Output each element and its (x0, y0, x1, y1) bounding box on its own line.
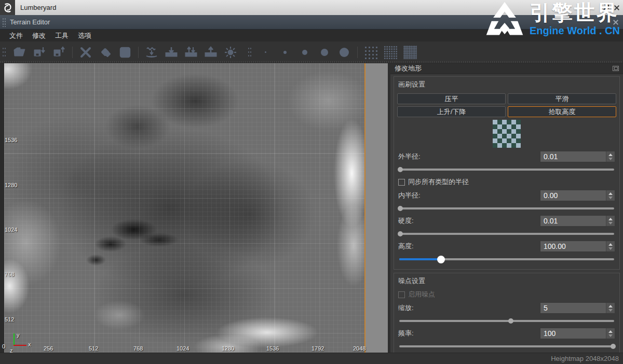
import-heightmap-icon[interactable] (30, 44, 49, 61)
menubar: 文件 修改 工具 选项 (0, 30, 623, 41)
ruler-y-label: 1280 (5, 182, 17, 188)
statusbar: Heightmap 2048x2048 (0, 353, 623, 364)
ruler-y-label: 0 (2, 343, 5, 349)
brush-size-1-icon[interactable] (255, 44, 275, 61)
heightmap-canvas[interactable] (4, 63, 364, 353)
spin-up-icon[interactable] (608, 192, 613, 195)
axis-x-arrow (13, 345, 26, 346)
open-file-icon[interactable] (10, 44, 30, 61)
raise-lower-button[interactable]: 上升/下降 (397, 106, 506, 117)
pane-header[interactable]: Terrain Editor (0, 15, 623, 30)
spin-up-icon[interactable] (608, 305, 613, 307)
ruler-x-label: 2048 (353, 345, 365, 352)
axis-z-label: z (10, 347, 13, 353)
close-window-icon[interactable] (613, 4, 621, 12)
slider-handle[interactable] (508, 318, 513, 324)
import-tray-icon[interactable] (161, 44, 181, 61)
inner-radius-spinbox[interactable]: 0.00 (540, 190, 615, 201)
menu-tools[interactable]: 工具 (55, 31, 69, 40)
outer-radius-spinbox[interactable]: 0.01 (540, 151, 615, 162)
outside-map-area (365, 63, 388, 353)
pane-drag-grip-icon[interactable] (2, 18, 6, 27)
spin-down-icon[interactable] (608, 334, 613, 337)
slider-handle[interactable] (398, 231, 403, 236)
pick-height-button[interactable]: 拾取高度 (508, 106, 616, 117)
spin-up-icon[interactable] (608, 218, 613, 220)
spinner-arrows[interactable] (606, 241, 615, 251)
brush-size-3-icon[interactable] (295, 44, 315, 61)
scale-spinbox[interactable]: 5 (540, 302, 615, 314)
spin-down-icon[interactable] (608, 197, 613, 199)
brush-size-4-icon[interactable] (315, 44, 334, 61)
menu-options[interactable]: 选项 (78, 31, 91, 40)
frequency-slider[interactable] (399, 343, 614, 350)
spin-up-icon[interactable] (608, 243, 613, 246)
axis-x-label: x (28, 341, 31, 347)
spinner-arrows[interactable] (606, 328, 615, 339)
slider-handle[interactable] (611, 344, 616, 349)
height-slider[interactable] (399, 256, 614, 263)
outer-radius-slider[interactable] (399, 166, 614, 173)
inner-radius-value[interactable]: 0.00 (540, 190, 606, 201)
float-panel-icon[interactable] (613, 66, 619, 71)
spinner-arrows[interactable] (606, 303, 615, 313)
brush-size-2-icon[interactable] (275, 44, 295, 61)
set-ocean-height-icon[interactable] (142, 44, 161, 61)
erase-terrain-icon[interactable] (96, 44, 115, 61)
toolbar-grip-icon[interactable] (2, 47, 6, 58)
spin-up-icon[interactable] (608, 330, 613, 333)
slider-handle[interactable] (398, 167, 403, 172)
export-tray-icon[interactable] (201, 44, 221, 61)
window-titlebar[interactable]: Lumberyard (0, 0, 623, 15)
smooth-button[interactable]: 平滑 (508, 93, 616, 104)
hardness-spinbox[interactable]: 0.01 (540, 215, 615, 227)
import-export-tray-icon[interactable] (181, 44, 201, 61)
clear-terrain-icon[interactable] (76, 44, 96, 61)
height-value[interactable]: 100.00 (540, 241, 606, 251)
hardness-slider[interactable] (399, 230, 614, 237)
sync-radius-checkbox[interactable] (398, 179, 405, 186)
inner-radius-slider[interactable] (399, 205, 614, 212)
split-view-icon[interactable] (115, 44, 135, 61)
brush-settings-title: 画刷设置 (398, 80, 616, 89)
close-pane-icon[interactable] (612, 18, 620, 26)
noise-medium-icon[interactable] (381, 44, 400, 61)
scale-slider[interactable] (399, 317, 614, 325)
enable-noise-checkbox[interactable] (398, 291, 405, 298)
menu-file[interactable]: 文件 (9, 31, 23, 40)
noise-dense-icon[interactable] (400, 44, 420, 61)
pane-title: Terrain Editor (10, 18, 50, 26)
spin-down-icon[interactable] (608, 309, 613, 312)
ruler-y-label: 768 (5, 271, 14, 277)
lumberyard-knot-icon (2, 2, 13, 13)
noise-sparse-icon[interactable] (361, 44, 381, 61)
ruler-x-label: 768 (133, 345, 143, 352)
spinner-arrows[interactable] (606, 151, 615, 162)
outer-radius-value[interactable]: 0.01 (540, 151, 606, 162)
hardness-value[interactable]: 0.01 (540, 216, 606, 226)
terrain-viewport[interactable]: 1536 1280 1024 768 512 256 0 256 512 768… (0, 63, 388, 353)
brush-size-5-icon[interactable] (334, 44, 354, 61)
spin-down-icon[interactable] (608, 222, 613, 225)
toolbar-grip-icon[interactable] (248, 47, 251, 58)
frequency-label: 频率: (398, 329, 414, 338)
spin-down-icon[interactable] (608, 247, 613, 250)
scale-value[interactable]: 5 (540, 303, 606, 313)
spinner-arrows[interactable] (606, 216, 615, 226)
flatten-button[interactable]: 压平 (397, 93, 506, 104)
brush-settings-group: 画刷设置 压平 平滑 上升/下降 拾取高度 外半径: 0.01 (394, 76, 620, 270)
height-spinbox[interactable]: 100.00 (540, 241, 615, 252)
axis-y-label: y (17, 332, 20, 338)
spin-down-icon[interactable] (608, 158, 613, 160)
export-heightmap-icon[interactable] (49, 44, 69, 61)
spinner-arrows[interactable] (606, 190, 615, 201)
float-window-icon[interactable] (601, 4, 610, 12)
sun-brightness-icon[interactable] (221, 44, 240, 61)
ruler-x-label: 1280 (222, 345, 234, 352)
menu-modify[interactable]: 修改 (32, 31, 46, 40)
frequency-value[interactable]: 100 (540, 328, 606, 339)
frequency-spinbox[interactable]: 100 (540, 328, 615, 339)
slider-handle[interactable] (437, 256, 445, 263)
spin-up-icon[interactable] (608, 153, 613, 156)
slider-handle[interactable] (398, 206, 403, 211)
